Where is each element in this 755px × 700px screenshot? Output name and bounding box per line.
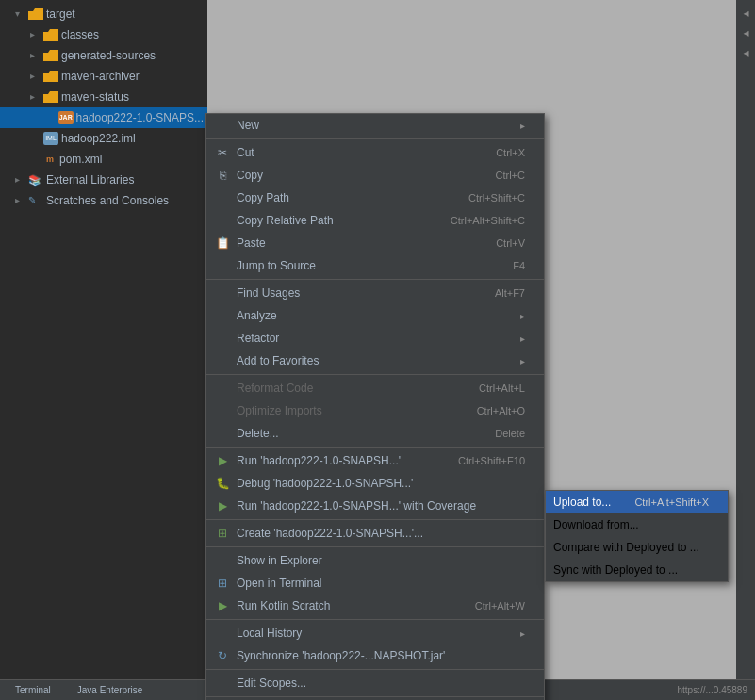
- menu-label-copy-path: Copy Path: [237, 191, 289, 204]
- separator-1: [206, 138, 544, 139]
- menu-label-open-in-terminal: Open in Terminal: [237, 577, 322, 590]
- menu-item-find-usages[interactable]: Find Usages Alt+F7: [206, 282, 544, 304]
- separator-4: [206, 447, 544, 448]
- menu-item-open-in-terminal[interactable]: ⊞ Open in Terminal: [206, 572, 544, 594]
- status-tab-terminal[interactable]: Terminal: [8, 683, 58, 697]
- kotlin-scratch-shortcut: Ctrl+Alt+W: [475, 600, 525, 611]
- menu-label-run: Run 'hadoop222-1.0-SNAPSH...': [237, 454, 401, 467]
- side-strip-text-3: ►: [741, 49, 751, 59]
- arrow-external-libraries: [15, 174, 26, 186]
- tree-item-maven-status[interactable]: maven-status: [0, 87, 207, 107]
- local-history-arrow: ▸: [520, 628, 525, 639]
- submenu-label-compare-with-deployed: Compare with Deployed to ...: [553, 541, 699, 554]
- tree-item-generated-sources[interactable]: generated-sources: [0, 45, 207, 66]
- separator-8: [206, 669, 544, 670]
- label-generated-sources: generated-sources: [61, 49, 156, 62]
- menu-item-show-in-explorer[interactable]: Show in Explorer: [206, 549, 544, 572]
- submenu-item-compare-with-deployed[interactable]: Compare with Deployed to ...: [546, 536, 728, 559]
- tree-item-hadoop-iml[interactable]: IML hadoop222.iml: [0, 128, 207, 149]
- menu-item-analyze[interactable]: Analyze ▸: [206, 304, 544, 327]
- menu-item-optimize-imports: Optimize Imports Ctrl+Alt+O: [206, 399, 544, 422]
- menu-item-run-coverage[interactable]: ▶ Run 'hadoop222-1.0-SNAPSH...' with Cov…: [206, 495, 544, 517]
- separator-7: [206, 619, 544, 620]
- submenu-label-upload-to: Upload to...: [553, 496, 611, 509]
- tree-item-pom-xml[interactable]: m pom.xml: [0, 149, 207, 170]
- sync-icon: ↻: [214, 647, 231, 664]
- menu-item-paste[interactable]: 📋 Paste Ctrl+V: [206, 232, 544, 254]
- new-arrow: ▸: [520, 121, 525, 131]
- menu-item-copy-path[interactable]: Copy Path Ctrl+Shift+C: [206, 187, 544, 209]
- menu-item-local-history[interactable]: Local History ▸: [206, 622, 544, 644]
- menu-label-copy-relative-path: Copy Relative Path: [237, 214, 334, 227]
- menu-item-run-kotlin-scratch[interactable]: ▶ Run Kotlin Scratch Ctrl+Alt+W: [206, 594, 544, 617]
- label-target: target: [46, 8, 75, 21]
- menu-item-synchronize[interactable]: ↻ Synchronize 'hadoop222-...NAPSHOT.jar': [206, 644, 544, 667]
- run-icon: ▶: [214, 452, 231, 469]
- lib-icon: 📚: [28, 173, 43, 187]
- upload-shortcut: Ctrl+Alt+Shift+X: [634, 497, 709, 508]
- menu-label-synchronize: Synchronize 'hadoop222-...NAPSHOT.jar': [237, 649, 445, 662]
- menu-item-jump-to-source[interactable]: Jump to Source F4: [206, 254, 544, 277]
- menu-item-create[interactable]: ⊞ Create 'hadoop222-1.0-SNAPSH...'...: [206, 522, 544, 545]
- arrow-target: [15, 8, 26, 20]
- submenu-item-download-from[interactable]: Download from...: [546, 513, 728, 536]
- tree-item-external-libraries[interactable]: 📚 External Libraries: [0, 170, 207, 190]
- copy-shortcut: Ctrl+C: [496, 170, 525, 181]
- iml-icon: IML: [43, 132, 58, 145]
- label-pom-xml: pom.xml: [59, 153, 102, 166]
- menu-label-paste: Paste: [237, 236, 266, 250]
- menu-label-create: Create 'hadoop222-1.0-SNAPSH...'...: [237, 527, 423, 540]
- tree-item-classes[interactable]: classes: [0, 24, 207, 45]
- folder-icon-classes: [43, 29, 58, 41]
- tree-item-hadoop-jar[interactable]: JAR hadoop222-1.0-SNAPS...: [0, 107, 207, 128]
- label-hadoop-iml: hadoop222.iml: [61, 132, 136, 145]
- folder-icon-target: [28, 8, 43, 20]
- menu-label-edit-scopes: Edit Scopes...: [237, 676, 306, 690]
- jar-icon: JAR: [58, 111, 74, 124]
- run-shortcut: Ctrl+Shift+F10: [458, 455, 525, 466]
- file-tree: target classes generated-sources maven-a…: [0, 0, 207, 700]
- menu-label-run-coverage: Run 'hadoop222-1.0-SNAPSH...' with Cover…: [237, 499, 476, 513]
- menu-label-find-usages: Find Usages: [237, 286, 300, 300]
- analyze-arrow: ▸: [520, 311, 525, 321]
- separator-3: [206, 374, 544, 375]
- menu-label-local-history: Local History: [237, 627, 302, 640]
- status-bar-right-text: https://...0.45889: [678, 685, 748, 695]
- tree-item-target[interactable]: target: [0, 4, 207, 24]
- menu-item-refactor[interactable]: Refactor ▸: [206, 327, 544, 350]
- separator-6: [206, 546, 544, 547]
- cut-icon: ✂: [214, 144, 231, 161]
- create-icon: ⊞: [214, 525, 231, 542]
- menu-item-new[interactable]: New ▸: [206, 114, 544, 137]
- submenu-item-upload-to[interactable]: Upload to... Ctrl+Alt+Shift+X: [546, 491, 728, 513]
- submenu-item-sync-with-deployed[interactable]: Sync with Deployed to ...: [546, 559, 728, 581]
- menu-item-edit-scopes[interactable]: Edit Scopes...: [206, 672, 544, 694]
- menu-item-delete[interactable]: Delete... Delete: [206, 422, 544, 445]
- label-scratches: Scratches and Consoles: [46, 194, 169, 207]
- tree-item-scratches[interactable]: ✎ Scratches and Consoles: [0, 190, 207, 211]
- copy-path-shortcut: Ctrl+Shift+C: [468, 192, 525, 203]
- label-maven-archiver: maven-archiver: [61, 70, 140, 83]
- arrow-maven-status: [30, 91, 41, 103]
- status-tab-java-enterprise[interactable]: Java Enterprise: [70, 683, 150, 697]
- side-strip-text-2: ►: [741, 29, 751, 40]
- copy-relative-path-shortcut: Ctrl+Alt+Shift+C: [451, 215, 525, 226]
- tree-item-maven-archiver[interactable]: maven-archiver: [0, 66, 207, 87]
- menu-item-debug[interactable]: 🐛 Debug 'hadoop222-1.0-SNAPSH...': [206, 472, 544, 495]
- label-maven-status: maven-status: [61, 90, 129, 104]
- jump-to-source-shortcut: F4: [513, 260, 525, 271]
- menu-item-add-to-favorites[interactable]: Add to Favorites ▸: [206, 350, 544, 372]
- submenu-label-download-from: Download from...: [553, 518, 639, 531]
- paste-icon: 📋: [214, 235, 231, 252]
- menu-item-run[interactable]: ▶ Run 'hadoop222-1.0-SNAPSH...' Ctrl+Shi…: [206, 449, 544, 472]
- label-classes: classes: [61, 28, 99, 41]
- folder-icon-maven-archiver: [43, 71, 58, 82]
- deployment-submenu: Upload to... Ctrl+Alt+Shift+X Download f…: [545, 490, 729, 582]
- menu-item-copy[interactable]: ⎘ Copy Ctrl+C: [206, 164, 544, 187]
- arrow-generated-sources: [30, 50, 41, 61]
- label-hadoop-jar: hadoop222-1.0-SNAPS...: [76, 111, 204, 124]
- copy-icon: ⎘: [214, 167, 231, 184]
- paste-shortcut: Ctrl+V: [496, 237, 525, 249]
- menu-item-copy-relative-path[interactable]: Copy Relative Path Ctrl+Alt+Shift+C: [206, 209, 544, 232]
- menu-item-cut[interactable]: ✂ Cut Ctrl+X: [206, 141, 544, 164]
